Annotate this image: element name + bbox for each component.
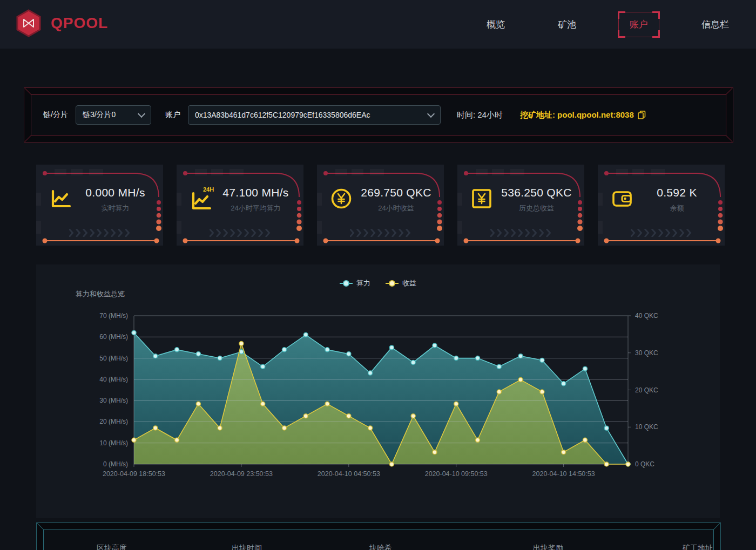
nav-item-矿池[interactable]: 矿池 — [547, 12, 587, 37]
filter-panel: 链/分片 链3/分片0 账户 0x13A83b461d7c612f5C12097… — [24, 87, 733, 142]
brand[interactable]: QPOOL — [15, 9, 108, 37]
table-column-header: 矿工地址 — [683, 544, 713, 550]
chevron-down-icon — [427, 110, 435, 118]
svg-text:0 (MH/s): 0 (MH/s) — [103, 460, 128, 468]
svg-text:70 (MH/s): 70 (MH/s) — [99, 312, 128, 320]
copy-icon[interactable] — [638, 111, 646, 119]
svg-text:10 (MH/s): 10 (MH/s) — [99, 439, 128, 447]
stat-card: 0.592 K 余额 — [598, 165, 725, 246]
chevrons-decoration — [177, 229, 303, 237]
stat-label: 24小时收益 — [356, 203, 436, 213]
realtime-hashrate-icon — [48, 186, 73, 211]
svg-text:50 (MH/s): 50 (MH/s) — [99, 355, 128, 362]
brand-name: QPOOL — [51, 15, 108, 32]
nav-item-信息栏[interactable]: 信息栏 — [691, 12, 740, 37]
legend-label: 收益 — [402, 279, 416, 288]
stat-label: 24小时平均算力 — [215, 203, 296, 213]
svg-text:20 (MH/s): 20 (MH/s) — [99, 418, 128, 425]
stat-value: 269.750 QKC — [356, 186, 436, 199]
svg-text:30 (MH/s): 30 (MH/s) — [99, 397, 128, 404]
chevrons-decoration — [598, 229, 725, 237]
avg-hashrate-24h-icon: 24H — [188, 186, 213, 211]
legend-label: 算力 — [356, 279, 370, 288]
top-navigation-bar: QPOOL 概览矿池账户信息栏 — [0, 0, 756, 49]
account-select[interactable]: 0x13A83b461d7c612f5C120979cEf16335806d6E… — [188, 105, 441, 125]
chain-shard-label: 链/分片 — [43, 110, 68, 120]
svg-text:2020-04-10 14:50:53: 2020-04-10 14:50:53 — [532, 470, 595, 478]
qpool-account-page: QPOOL 概览矿池账户信息栏 链/分片 链3/分片0 账户 0x13A83b4… — [0, 0, 756, 550]
svg-text:10 QKC: 10 QKC — [635, 423, 658, 431]
table-column-header: 出块奖励 — [533, 544, 563, 550]
stat-label: 历史总收益 — [496, 203, 577, 213]
chart-title: 算力和收益总览 — [76, 289, 125, 299]
blocks-table-inner: 区块高度出块时间块哈希出块奖励矿工地址 — [43, 529, 714, 550]
time-range-label: 时间: 24小时 — [457, 110, 503, 120]
svg-text:40 QKC: 40 QKC — [635, 312, 658, 320]
table-column-header: 出块时间 — [232, 544, 262, 550]
stat-value: 0.000 MH/s — [75, 186, 156, 199]
stat-cards-row: 0.000 MH/s 实时算力 24H 47.100 MH/s 24小时平均算力 — [36, 165, 725, 246]
chain-shard-select[interactable]: 链3/分片0 — [76, 105, 151, 125]
stat-card: 24H 47.100 MH/s 24小时平均算力 — [177, 165, 303, 246]
hashrate-earnings-chart-panel: 算力和收益总览 算力 收益 0 (MH/s)10 (MH/s)20 (MH/s)… — [36, 264, 720, 518]
chevrons-decoration — [36, 229, 163, 237]
table-column-header: 块哈希 — [369, 544, 392, 550]
svg-text:2020-04-09 18:50:53: 2020-04-09 18:50:53 — [103, 470, 165, 478]
chart-legend: 算力 收益 — [36, 279, 720, 288]
wallet-icon — [610, 186, 634, 211]
chevrons-decoration — [457, 229, 584, 237]
legend-item-收益[interactable]: 收益 — [386, 279, 416, 288]
active-nav-corner-decoration — [652, 11, 660, 19]
svg-text:40 (MH/s): 40 (MH/s) — [99, 376, 128, 383]
stat-label: 余额 — [637, 203, 717, 213]
stat-card: 0.000 MH/s 实时算力 — [36, 165, 163, 246]
stat-value: 47.100 MH/s — [215, 186, 296, 199]
table-column-header: 区块高度 — [97, 544, 127, 550]
svg-text:2020-04-10 09:50:53: 2020-04-10 09:50:53 — [425, 470, 488, 478]
legend-marker-icon — [340, 283, 353, 284]
svg-text:24H: 24H — [203, 186, 214, 193]
svg-text:30 QKC: 30 QKC — [635, 349, 658, 357]
nav-item-账户[interactable]: 账户 — [618, 12, 659, 37]
stat-value: 0.592 K — [637, 186, 717, 199]
active-nav-corner-decoration — [652, 30, 660, 38]
mining-address-text: 挖矿地址: pool.qpool.net:8038 — [520, 110, 634, 120]
chain-shard-value: 链3/分片0 — [83, 110, 116, 120]
filter-panel-inner: 链/分片 链3/分片0 账户 0x13A83b461d7c612f5C12097… — [31, 94, 726, 135]
account-label: 账户 — [165, 110, 180, 120]
hashrate-earnings-chart: 0 (MH/s)10 (MH/s)20 (MH/s)30 (MH/s)40 (M… — [36, 264, 720, 518]
legend-marker-icon — [386, 283, 399, 284]
svg-text:2020-04-09 23:50:53: 2020-04-09 23:50:53 — [210, 470, 273, 478]
qpool-logo-icon — [15, 9, 42, 37]
svg-text:60 (MH/s): 60 (MH/s) — [99, 333, 128, 341]
nav-item-概览[interactable]: 概览 — [476, 12, 516, 37]
mining-address: 挖矿地址: pool.qpool.net:8038 — [520, 110, 646, 120]
active-nav-corner-decoration — [618, 11, 625, 19]
active-nav-corner-decoration — [618, 30, 625, 38]
stat-value: 536.250 QKC — [496, 186, 577, 199]
stat-card: 536.250 QKC 历史总收益 — [457, 165, 584, 246]
yen-square-icon — [469, 186, 494, 211]
svg-text:20 QKC: 20 QKC — [635, 386, 658, 394]
account-address-value: 0x13A83b461d7c612f5C120979cEf16335806d6E… — [195, 111, 370, 119]
chevron-down-icon — [138, 110, 145, 118]
chart-areas — [134, 332, 628, 464]
legend-item-算力[interactable]: 算力 — [340, 279, 370, 288]
chevrons-decoration — [317, 229, 444, 237]
svg-text:2020-04-10 04:50:53: 2020-04-10 04:50:53 — [318, 470, 380, 478]
blocks-table-panel: 区块高度出块时间块哈希出块奖励矿工地址 — [36, 522, 721, 550]
svg-text:0 QKC: 0 QKC — [635, 460, 654, 468]
stat-card: 269.750 QKC 24小时收益 — [317, 165, 444, 246]
stat-label: 实时算力 — [75, 203, 156, 213]
main-nav: 概览矿池账户信息栏 — [476, 0, 740, 49]
yen-circle-icon — [329, 186, 354, 211]
